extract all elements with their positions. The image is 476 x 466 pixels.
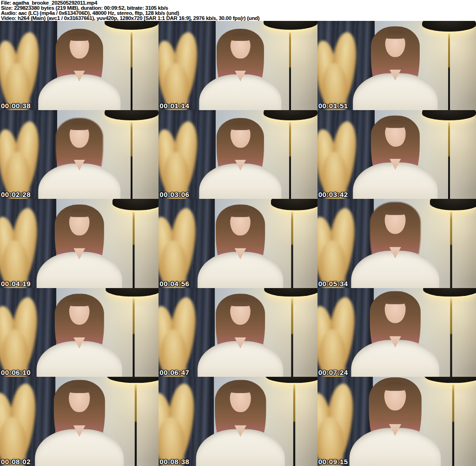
timestamp-overlay: 00:00:38 <box>1 102 31 110</box>
person-fringe <box>229 209 252 217</box>
timestamp-overlay: 00:02:28 <box>1 190 31 198</box>
video-thumbnail: 00:01:51 <box>317 21 476 110</box>
person-figure <box>0 110 159 199</box>
person-figure <box>0 377 159 466</box>
person-figure <box>317 377 476 466</box>
timestamp-overlay: 00:03:06 <box>159 190 189 198</box>
person-fringe <box>383 31 406 39</box>
person-figure <box>159 377 317 466</box>
video-thumbnail: 00:09:15 <box>317 377 476 466</box>
thumbnail-scene <box>0 110 159 199</box>
person-figure <box>161 110 317 199</box>
video-thumbnail: 00:07:24 <box>317 288 476 377</box>
person-fringe <box>68 298 91 306</box>
thumbnail-scene <box>159 110 317 199</box>
timestamp-overlay: 00:08:38 <box>159 458 189 466</box>
video-thumbnail: 00:03:06 <box>159 110 317 199</box>
thumbnail-scene <box>317 377 476 466</box>
person-fringe <box>383 119 406 128</box>
video-info-line: Video: h264 (Main) (avc1 / 0x31637661), … <box>1 16 476 21</box>
timestamp-overlay: 00:07:24 <box>318 368 348 376</box>
person-figure <box>0 21 159 110</box>
person-fringe <box>229 298 252 306</box>
timestamp-overlay: 00:06:10 <box>1 368 31 376</box>
timestamp-overlay: 00:06:47 <box>159 368 189 376</box>
thumbnail-scene <box>0 288 159 377</box>
person-fringe <box>67 385 92 394</box>
person-figure <box>317 199 476 288</box>
metadata-header: File: agatha_brooke_202505292011.mp4 Siz… <box>0 0 476 21</box>
video-thumbnail: 00:08:38 <box>159 377 317 466</box>
timestamp-overlay: 00:09:15 <box>318 458 348 466</box>
thumbnail-scene <box>0 21 159 110</box>
person-fringe <box>68 209 91 217</box>
person-figure <box>159 288 317 377</box>
person-fringe <box>383 382 407 391</box>
thumbnail-scene <box>159 199 317 288</box>
video-thumbnail: 00:06:10 <box>0 288 159 377</box>
thumbnail-scene <box>159 288 317 377</box>
person-figure <box>317 288 476 377</box>
person-figure <box>317 110 476 199</box>
thumbnail-scene <box>0 377 159 466</box>
person-figure <box>0 288 159 377</box>
video-thumbnail: 00:05:34 <box>317 199 476 288</box>
timestamp-overlay: 00:01:14 <box>159 102 189 110</box>
thumbnail-scene <box>317 21 476 110</box>
video-thumbnail: 00:06:47 <box>159 288 317 377</box>
video-thumbnail: 00:08:02 <box>0 377 159 466</box>
thumbnail-scene <box>317 110 476 199</box>
video-thumbnail: 00:04:56 <box>159 199 317 288</box>
person-fringe <box>229 33 251 41</box>
thumbnail-grid: 00:00:38 00:01:14 <box>0 21 476 466</box>
video-thumbnail: 00:01:14 <box>159 21 317 110</box>
timestamp-overlay: 00:01:51 <box>318 102 348 110</box>
person-fringe <box>383 295 407 304</box>
video-thumbnail: 00:04:19 <box>0 199 159 288</box>
person-figure <box>161 21 317 110</box>
timestamp-overlay: 00:05:34 <box>318 280 348 288</box>
person-figure <box>0 199 159 288</box>
timestamp-overlay: 00:03:42 <box>318 190 348 198</box>
person-fringe <box>68 122 91 130</box>
person-fringe <box>229 385 253 394</box>
thumbnail-scene <box>159 377 317 466</box>
thumbnail-scene <box>159 21 317 110</box>
person-fringe <box>68 33 91 41</box>
timestamp-overlay: 00:04:56 <box>159 280 189 288</box>
person-figure <box>159 199 317 288</box>
thumbnail-scene <box>317 288 476 377</box>
video-thumbnail: 00:03:42 <box>317 110 476 199</box>
timestamp-overlay: 00:04:19 <box>1 280 31 288</box>
video-thumbnail: 00:00:38 <box>0 21 159 110</box>
person-figure <box>317 21 476 110</box>
video-thumbnail: 00:02:28 <box>0 110 159 199</box>
person-fringe <box>383 207 407 215</box>
contact-sheet: { "header": { "file_line": "File: agatha… <box>0 0 476 466</box>
thumbnail-scene <box>317 199 476 288</box>
thumbnail-scene <box>0 199 159 288</box>
timestamp-overlay: 00:08:02 <box>1 458 31 466</box>
person-fringe <box>229 122 251 130</box>
